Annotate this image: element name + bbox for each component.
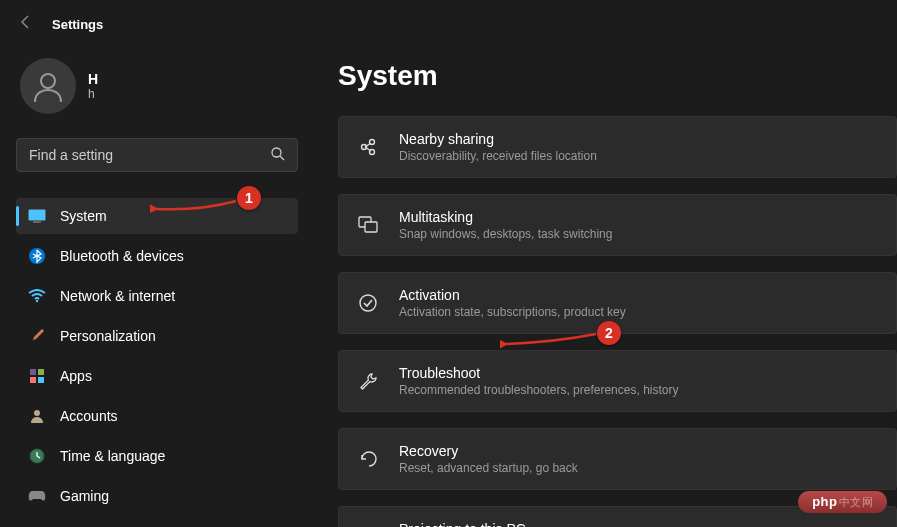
card-sub: Snap windows, desktops, task switching bbox=[399, 227, 612, 241]
settings-cards: Nearby sharing Discoverability, received… bbox=[338, 116, 897, 527]
svg-rect-9 bbox=[30, 377, 36, 383]
nav: System Bluetooth & devices Network & int… bbox=[16, 198, 298, 514]
nav-label: System bbox=[60, 208, 107, 224]
bluetooth-icon bbox=[28, 247, 46, 265]
card-title: Multitasking bbox=[399, 209, 612, 225]
annotation-badge-2: 2 bbox=[597, 321, 621, 345]
card-recovery[interactable]: Recovery Reset, advanced startup, go bac… bbox=[338, 428, 897, 490]
nav-label: Gaming bbox=[60, 488, 109, 504]
multitasking-icon bbox=[357, 214, 379, 236]
check-circle-icon bbox=[357, 292, 379, 314]
svg-rect-8 bbox=[38, 369, 44, 375]
sidebar: H h System Bluetooth & devices bbox=[0, 48, 310, 527]
wifi-icon bbox=[28, 287, 46, 305]
header-title: Settings bbox=[52, 17, 103, 32]
card-title: Troubleshoot bbox=[399, 365, 678, 381]
wrench-icon bbox=[357, 370, 379, 392]
svg-point-1 bbox=[272, 148, 281, 157]
nav-item-time[interactable]: Time & language bbox=[16, 438, 298, 474]
svg-point-18 bbox=[360, 295, 376, 311]
nav-label: Bluetooth & devices bbox=[60, 248, 184, 264]
profile-sub: h bbox=[88, 87, 98, 101]
nav-label: Time & language bbox=[60, 448, 165, 464]
card-sub: Reset, advanced startup, go back bbox=[399, 461, 578, 475]
svg-rect-10 bbox=[38, 377, 44, 383]
search-icon bbox=[270, 146, 285, 164]
card-sub: Discoverability, received files location bbox=[399, 149, 597, 163]
nav-label: Personalization bbox=[60, 328, 156, 344]
nav-item-network[interactable]: Network & internet bbox=[16, 278, 298, 314]
nav-label: Network & internet bbox=[60, 288, 175, 304]
annotation-badge-1: 1 bbox=[237, 186, 261, 210]
annotation-arrow-1 bbox=[150, 195, 240, 219]
svg-line-2 bbox=[280, 156, 284, 160]
svg-rect-17 bbox=[365, 222, 377, 232]
clock-icon bbox=[28, 447, 46, 465]
gaming-icon bbox=[28, 487, 46, 505]
apps-icon bbox=[28, 367, 46, 385]
svg-point-14 bbox=[370, 140, 375, 145]
nav-label: Accounts bbox=[60, 408, 118, 424]
card-sub: Activation state, subscriptions, product… bbox=[399, 305, 626, 319]
system-icon bbox=[28, 207, 46, 225]
recovery-icon bbox=[357, 448, 379, 470]
card-title: Nearby sharing bbox=[399, 131, 597, 147]
watermark: php中文网 bbox=[798, 491, 887, 513]
nav-item-personalization[interactable]: Personalization bbox=[16, 318, 298, 354]
watermark-dim: 中文网 bbox=[839, 496, 874, 508]
profile-name: H bbox=[88, 71, 98, 87]
watermark-main: php bbox=[812, 494, 837, 509]
search-box[interactable] bbox=[16, 138, 298, 172]
page-title: System bbox=[338, 60, 897, 92]
svg-rect-3 bbox=[29, 210, 46, 221]
svg-point-15 bbox=[370, 150, 375, 155]
search-input[interactable] bbox=[29, 147, 270, 163]
card-nearby-sharing[interactable]: Nearby sharing Discoverability, received… bbox=[338, 116, 897, 178]
brush-icon bbox=[28, 327, 46, 345]
avatar bbox=[20, 58, 76, 114]
svg-point-0 bbox=[41, 74, 55, 88]
card-sub: Recommended troubleshooters, preferences… bbox=[399, 383, 678, 397]
card-troubleshoot[interactable]: Troubleshoot Recommended troubleshooters… bbox=[338, 350, 897, 412]
annotation-arrow-2 bbox=[500, 328, 600, 352]
header: Settings bbox=[0, 0, 897, 48]
back-icon[interactable] bbox=[18, 14, 34, 34]
card-title: Recovery bbox=[399, 443, 578, 459]
profile[interactable]: H h bbox=[16, 58, 298, 114]
card-multitasking[interactable]: Multitasking Snap windows, desktops, tas… bbox=[338, 194, 897, 256]
svg-point-11 bbox=[34, 410, 40, 416]
main-content: System Nearby sharing Discoverability, r… bbox=[310, 48, 897, 527]
share-icon bbox=[357, 136, 379, 158]
nav-item-bluetooth[interactable]: Bluetooth & devices bbox=[16, 238, 298, 274]
nav-label: Apps bbox=[60, 368, 92, 384]
svg-point-6 bbox=[36, 300, 38, 302]
svg-rect-4 bbox=[33, 221, 41, 223]
card-title: Activation bbox=[399, 287, 626, 303]
card-title: Projecting to this PC bbox=[399, 521, 612, 527]
accounts-icon bbox=[28, 407, 46, 425]
nav-item-accounts[interactable]: Accounts bbox=[16, 398, 298, 434]
nav-item-gaming[interactable]: Gaming bbox=[16, 478, 298, 514]
svg-rect-7 bbox=[30, 369, 36, 375]
nav-item-apps[interactable]: Apps bbox=[16, 358, 298, 394]
